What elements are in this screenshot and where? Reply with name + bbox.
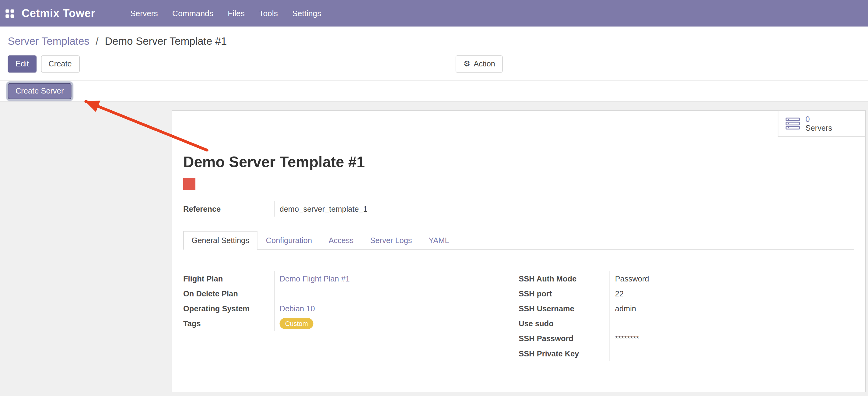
tab-access[interactable]: Access	[320, 231, 362, 250]
create-button[interactable]: Create	[41, 55, 80, 73]
page-root: Cetmix Tower Servers Commands Files Tool…	[0, 0, 868, 396]
reference-label: Reference	[183, 201, 274, 217]
tag-custom: Custom	[280, 318, 314, 329]
field-label-ssh-password: SSH Password	[519, 334, 609, 343]
server-stack-icon	[785, 118, 800, 130]
page-title: Demo Server Template #1	[183, 154, 854, 171]
stat-value: 0	[805, 115, 832, 124]
field-value-use-sudo	[610, 316, 854, 331]
field-label-ssh-port: SSH port	[519, 289, 609, 298]
field-row-on-delete-plan: On Delete Plan	[183, 286, 519, 301]
breadcrumb-link-server-templates[interactable]: Server Templates	[8, 35, 89, 47]
field-row-ssh-username: SSH Username admin	[519, 301, 854, 316]
field-row-ssh-password: SSH Password ********	[519, 331, 854, 346]
field-label-use-sudo: Use sudo	[519, 319, 609, 328]
reference-value: demo_server_template_1	[274, 201, 854, 217]
nav-item-files[interactable]: Files	[221, 0, 252, 27]
field-label-ssh-username: SSH Username	[519, 304, 609, 313]
nav-item-commands[interactable]: Commands	[165, 0, 220, 27]
field-row-use-sudo: Use sudo	[519, 316, 854, 331]
field-value-ssh-port: 22	[610, 286, 854, 301]
field-value-ssh-password: ********	[610, 331, 854, 346]
field-label-flight-plan: Flight Plan	[183, 274, 274, 283]
nav-item-tools[interactable]: Tools	[252, 0, 285, 27]
nav-item-settings[interactable]: Settings	[285, 0, 329, 27]
group-right: SSH Auth Mode Password SSH port 22 SSH U…	[519, 271, 854, 361]
field-value-flight-plan: Demo Flight Plan #1	[274, 271, 519, 286]
field-label-tags: Tags	[183, 319, 274, 328]
apps-grid-icon[interactable]	[5, 9, 14, 17]
breadcrumb-current: Demo Server Template #1	[105, 35, 227, 47]
field-value-tags: Custom	[274, 316, 519, 331]
tab-server-logs[interactable]: Server Logs	[362, 231, 420, 250]
action-button[interactable]: ⚙Action	[456, 55, 503, 73]
gear-icon: ⚙	[463, 59, 470, 68]
tab-general-settings[interactable]: General Settings	[183, 231, 257, 250]
nav-item-servers[interactable]: Servers	[123, 0, 165, 27]
operating-system-link[interactable]: Debian 10	[280, 304, 315, 313]
breadcrumb: Server Templates / Demo Server Template …	[0, 34, 868, 49]
control-panel: Server Templates / Demo Server Template …	[0, 27, 868, 81]
form-sheet: 0 Servers Demo Server Template #1 Refere…	[172, 110, 866, 392]
color-swatch	[183, 178, 195, 190]
field-label-ssh-auth-mode: SSH Auth Mode	[519, 274, 609, 283]
field-row-operating-system: Operating System Debian 10	[183, 301, 519, 316]
field-row-flight-plan: Flight Plan Demo Flight Plan #1	[183, 271, 519, 286]
field-row-ssh-auth-mode: SSH Auth Mode Password	[519, 271, 854, 286]
field-row-ssh-private-key: SSH Private Key	[519, 346, 854, 361]
edit-button[interactable]: Edit	[8, 55, 36, 73]
form-statusbar: Create Server	[0, 81, 868, 102]
tab-yaml[interactable]: YAML	[420, 231, 458, 250]
notebook-tabs: General Settings Configuration Access Se…	[183, 231, 854, 250]
tab-configuration[interactable]: Configuration	[257, 231, 320, 250]
field-value-ssh-auth-mode: Password	[610, 271, 854, 286]
control-buttons-row: Edit Create ⚙Action	[0, 55, 868, 80]
stat-label: Servers	[805, 124, 832, 133]
servers-stat-button[interactable]: 0 Servers	[778, 111, 865, 137]
field-row-ssh-port: SSH port 22	[519, 286, 854, 301]
field-value-on-delete-plan	[274, 286, 519, 301]
field-row-tags: Tags Custom	[183, 316, 519, 331]
content-area: 0 Servers Demo Server Template #1 Refere…	[0, 102, 868, 396]
navbar-brand[interactable]: Cetmix Tower	[22, 7, 95, 20]
field-value-ssh-private-key	[610, 346, 854, 361]
field-label-operating-system: Operating System	[183, 304, 274, 313]
field-label-ssh-private-key: SSH Private Key	[519, 349, 609, 358]
field-value-operating-system: Debian 10	[274, 301, 519, 316]
breadcrumb-separator: /	[92, 35, 102, 47]
reference-row: Reference demo_server_template_1	[183, 201, 854, 217]
sheet-inner: Demo Server Template #1 Reference demo_s…	[172, 111, 865, 383]
field-value-ssh-username: admin	[610, 301, 854, 316]
create-server-button[interactable]: Create Server	[8, 83, 71, 99]
stat-text: 0 Servers	[805, 115, 832, 133]
form-field-groups: Flight Plan Demo Flight Plan #1 On Delet…	[183, 271, 854, 383]
navbar-menu: Servers Commands Files Tools Settings	[123, 0, 329, 27]
action-button-label: Action	[473, 59, 495, 68]
flight-plan-link[interactable]: Demo Flight Plan #1	[280, 274, 350, 283]
field-label-on-delete-plan: On Delete Plan	[183, 289, 274, 298]
group-left: Flight Plan Demo Flight Plan #1 On Delet…	[183, 271, 519, 361]
top-navbar: Cetmix Tower Servers Commands Files Tool…	[0, 0, 868, 27]
